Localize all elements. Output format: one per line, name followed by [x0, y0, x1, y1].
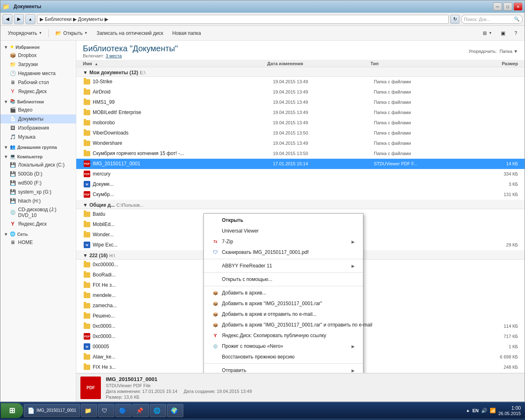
title-bar-left: 📁 Документы — [2, 3, 41, 10]
address-path[interactable]: ▶ Библиотеки ▶ Документы ▶ — [37, 15, 449, 24]
open-dropdown-arrow: ▼ — [84, 31, 87, 35]
maximize-button[interactable]: □ — [503, 2, 512, 11]
minimize-button[interactable]: ─ — [493, 2, 502, 11]
sidebar-item-documents[interactable]: 📄 Документы — [0, 114, 76, 123]
file-row-img-pdf[interactable]: PDF IMG_20150117_0001 17.01.2015 15:14 S… — [76, 159, 525, 169]
group-header-common-docs[interactable]: ▼ Общие д... C:\Пользов... — [76, 200, 525, 209]
file-row-mobi[interactable]: MOBILedit! Enterprise 19.04.2015 13:49 П… — [76, 107, 525, 118]
sidebar-item-music[interactable]: 🎵 Музыка — [0, 132, 76, 142]
sidebar-item-disksys[interactable]: 💾 system_xp (G:) — [0, 187, 76, 196]
tray-arrow-icon[interactable]: ▲ — [466, 408, 470, 413]
taskbar-item-explorer[interactable]: 📁 — [81, 404, 97, 417]
col-header-name[interactable]: Имя ▲ — [83, 61, 267, 66]
ctx-open[interactable]: Открыть — [204, 215, 363, 226]
taskbar-item-avast[interactable]: 🛡 — [98, 404, 114, 417]
col-header-type[interactable]: Тип — [370, 61, 459, 66]
tray-volume-icon[interactable]: 🔊 — [481, 408, 487, 413]
ctx-restore[interactable]: Восстановить прежнюю версию — [204, 352, 363, 362]
back-button[interactable]: ◀ — [2, 14, 12, 24]
forward-button[interactable]: ▶ — [14, 14, 24, 24]
file-row-10strike[interactable]: 10-Strike 19.04.2015 13:49 Папка с файла… — [76, 77, 525, 87]
new-folder-button[interactable]: Новая папка — [168, 27, 205, 39]
ctx-addarch[interactable]: 📦 Добавить в архив... — [204, 288, 363, 298]
sidebar-item-diskc[interactable]: 💾 Локальный диск (C:) — [0, 160, 76, 169]
col-header-size[interactable]: Размер — [459, 61, 518, 66]
library-includes-link[interactable]: 3 места — [105, 53, 121, 58]
ctx-addraremail[interactable]: 📦 Добавить в архив "IMG_20150117_0001.ra… — [204, 320, 363, 330]
sidebar-item-images[interactable]: 🖼 Изображения — [0, 123, 76, 132]
ctx-7zip[interactable]: 7z 7-Zip ▶ — [204, 236, 363, 247]
images-icon: 🖼 — [9, 125, 16, 131]
ctx-openwith[interactable]: Открыть с помощью... — [204, 274, 363, 285]
file-row-docume[interactable]: W Докуме... 3 КБ — [76, 179, 525, 189]
ctx-addrar-icon: 📦 — [212, 300, 219, 307]
ctx-addarchemail[interactable]: 📦 Добавить в архив и отправить по e-mail… — [204, 309, 363, 320]
preview-icon: ▣ — [501, 30, 505, 36]
sidebar-item-diskwd[interactable]: 💾 wd500 (F:) — [0, 178, 76, 187]
file-row-skvmbr2[interactable]: PDF Скумбр... 131 КБ — [76, 189, 525, 200]
sidebar-item-yandex[interactable]: Y Яндекс.Диск — [0, 87, 76, 96]
ctx-yandexlink[interactable]: Y Яндекс.Диск: Скопировать публичную ссы… — [204, 330, 363, 341]
burn-button[interactable]: Записать на оптический диск — [92, 27, 167, 39]
ctx-scan[interactable]: 🛡 Сканировать IMG_20150117_0001.pdf — [204, 247, 363, 258]
refresh-button[interactable]: ↻ — [450, 15, 459, 24]
taskbar-item-chrome[interactable]: 🌐 — [150, 404, 166, 417]
preview-button[interactable]: ▣ — [497, 27, 509, 39]
tray-lang[interactable]: EN — [472, 408, 479, 413]
ctx-addrar[interactable]: 📦 Добавить в архив "IMG_20150117_0001.ra… — [204, 298, 363, 309]
sidebar-item-disk500[interactable]: 💾 500Gb (D:) — [0, 169, 76, 178]
sidebar-section-favorites-header[interactable]: ▼ ★ Избранное — [0, 43, 76, 51]
system-clock[interactable]: 1:00 26.05.2015 — [498, 405, 521, 416]
sidebar-item-desktop[interactable]: 🖥 Рабочий стол — [0, 78, 76, 87]
sidebar-item-dropbox[interactable]: 📦 Dropbox — [0, 51, 76, 60]
sidebar-item-diskh[interactable]: 💾 hitach (H:) — [0, 196, 76, 205]
diskwd-icon: 💾 — [9, 180, 16, 186]
file-row-skvmbria[interactable]: Скумбрия горячего копчения 15 фот! -... … — [76, 148, 525, 159]
search-box[interactable]: Поиск: Док... 🔍 — [461, 15, 523, 24]
help-button[interactable]: ? — [510, 27, 521, 39]
organize-button[interactable]: Упорядочить ▼ — [4, 27, 46, 39]
col-header-date[interactable]: Дата изменения — [267, 61, 371, 66]
sidebar-section-computer-header[interactable]: ▼ 💻 Компьютер — [0, 153, 76, 160]
sidebar-item-downloads[interactable]: 📁 Загрузки — [0, 60, 76, 69]
group-header-my-docs[interactable]: ▼ Мои документы (12) E:\ — [76, 67, 525, 77]
ctx-addarchemail-icon: 📦 — [212, 311, 219, 317]
taskbar-item-app3[interactable]: 🔵 — [115, 404, 132, 417]
file-row-wondershare[interactable]: Wondershare 19.04.2015 13:49 Папка с фай… — [76, 138, 525, 148]
sidebar-section-network-header[interactable]: ▼ 🌐 Сеть — [0, 230, 76, 238]
file-row-moborobo[interactable]: moborobo 19.04.2015 13:49 Папка с файлам… — [76, 118, 525, 128]
ctx-send[interactable]: Отправить ▶ — [204, 365, 363, 373]
sidebar-item-video[interactable]: 🎬 Видео — [0, 105, 76, 114]
group-collapse-icon: ▼ — [83, 70, 88, 75]
tray-network-icon[interactable]: 📶 — [490, 408, 496, 413]
sidebar-section-homegroup-header[interactable]: ▼ 👥 Домашняя группа — [0, 143, 76, 151]
ctx-abbyy[interactable]: ABBYY FineReader 11 ▶ — [204, 260, 363, 271]
sidebar-item-cdrom[interactable]: 💿 CD-дисковод (J:) DVD_10 — [0, 205, 76, 219]
sidebar-item-yandex2[interactable]: Y Яндекс.Диск — [0, 219, 76, 228]
taskbar-item-app4[interactable]: 📌 — [132, 404, 149, 417]
ctx-universal-viewer[interactable]: Universal Viewer — [204, 226, 363, 236]
taskbar-item-pdf[interactable]: 📄 IMG_20150117_0001 — [24, 404, 80, 417]
file-row-viber[interactable]: ViberDownloads 19.04.2015 13:50 Папка с … — [76, 128, 525, 138]
sidebar-section-libraries-header[interactable]: ▼ 📚 Библиотеки — [0, 98, 76, 105]
arrange-dropdown-arrow: ▼ — [514, 49, 518, 54]
folder-icon-mendel — [83, 291, 91, 299]
open-button[interactable]: 📂 Открыть ▼ — [51, 27, 91, 39]
close-button[interactable]: ✕ — [514, 2, 523, 11]
views-dropdown-arrow: ▼ — [488, 31, 492, 35]
sidebar-item-home[interactable]: 🖥 HOME — [0, 238, 76, 247]
doc-icon-wipe: W — [83, 241, 91, 249]
file-row-mercury[interactable]: PDF mercury 334 КБ — [76, 169, 525, 179]
taskbar-item-app5[interactable]: 🌍 — [167, 404, 183, 417]
arrange-button[interactable]: Упорядочить: Папка ▼ — [468, 49, 518, 54]
ctx-nero[interactable]: 💿 Прожиг с помощью «Nero» ▶ — [204, 341, 363, 352]
views-button[interactable]: ⊞ ▼ — [479, 27, 496, 39]
folder-icon-baidu — [83, 210, 91, 218]
sidebar-section-libraries: ▼ 📚 Библиотеки 🎬 Видео 📄 Документы 🖼 Изо… — [0, 98, 76, 142]
up-button[interactable]: ▲ — [25, 14, 35, 24]
sidebar-item-recent[interactable]: 🕐 Недавние места — [0, 69, 76, 78]
start-button[interactable]: ⊞ — [1, 403, 23, 418]
file-row-airdroid[interactable]: AirDroid 19.04.2015 13:49 Папка с файлам… — [76, 87, 525, 97]
toolbar-separator-1 — [48, 29, 49, 37]
file-row-hms[interactable]: HMS1_99 19.04.2015 13:49 Папка с файлами — [76, 97, 525, 107]
